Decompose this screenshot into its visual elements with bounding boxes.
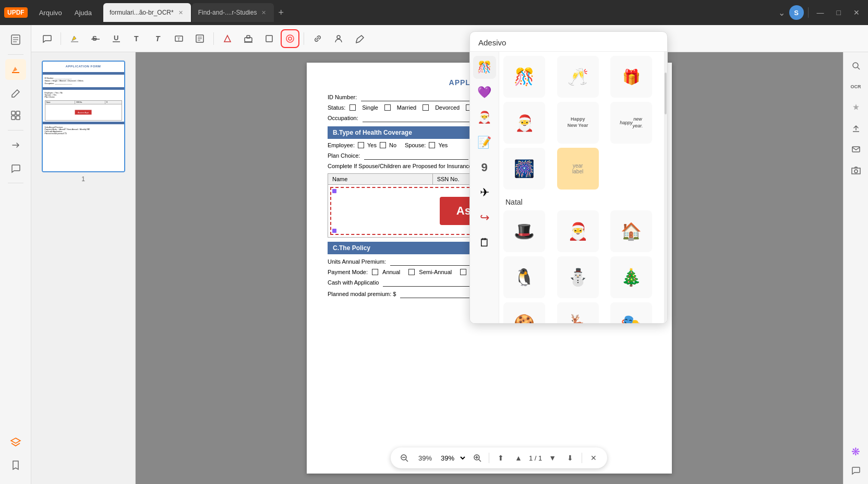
- thumbnail-page-1[interactable]: APPLICATION FORM ID Number: ____________…: [42, 61, 125, 172]
- sticker-happy-new-year-text[interactable]: HappyNew Year: [557, 102, 599, 144]
- sticker-santa-hat-red[interactable]: 🎅: [503, 102, 545, 144]
- maximize-button[interactable]: □: [833, 6, 845, 19]
- sidebar-icon-organize[interactable]: [5, 105, 26, 126]
- right-email-icon[interactable]: [847, 140, 865, 159]
- sticker-christmas-tree[interactable]: 🎄: [610, 256, 652, 298]
- page-prev-button[interactable]: ▲: [511, 451, 526, 465]
- toolbar-textbox-btn[interactable]: T: [170, 29, 188, 48]
- sticker-nav-sticky[interactable]: 🗒: [473, 231, 496, 254]
- toolbar-highlight-btn[interactable]: [65, 29, 84, 48]
- sticker-penguin[interactable]: 🐧: [503, 256, 545, 298]
- tab-formulario[interactable]: formulari...ão-br_OCR* ✕: [103, 3, 191, 22]
- employee-yes-checkbox[interactable]: [358, 142, 364, 148]
- sticker-nav-plane[interactable]: ✈: [473, 181, 496, 204]
- sticker-gingerbread[interactable]: 🍪: [503, 302, 545, 323]
- sidebar-icon-pages[interactable]: [5, 29, 26, 50]
- right-flower-icon[interactable]: ❋: [847, 442, 865, 461]
- employee-yes-label: Yes: [367, 142, 377, 148]
- sticker-nav-santa[interactable]: 🎅: [473, 106, 496, 129]
- sticker-reindeer[interactable]: 🦌: [557, 302, 599, 323]
- sticker-new-year-banner[interactable]: 🎁: [610, 56, 652, 98]
- sticker-nav-new-year[interactable]: 🎊: [473, 56, 496, 79]
- payment-semi-label: Semi-Annual: [419, 269, 452, 275]
- sticker-nutcracker[interactable]: 🎭: [610, 302, 652, 323]
- zoom-close-button[interactable]: ✕: [586, 451, 601, 465]
- toolbar-comment-btn[interactable]: [38, 29, 56, 48]
- sticker-snowman[interactable]: ⛄: [557, 256, 599, 298]
- sidebar-icon-bookmark[interactable]: [5, 455, 26, 476]
- selection-handle-bl[interactable]: [332, 229, 336, 233]
- sticker-fireworks[interactable]: 🎆: [503, 148, 545, 190]
- sticker-santa-hat-item[interactable]: 🎩: [503, 210, 545, 252]
- sidebar-icon-highlight[interactable]: [5, 59, 26, 80]
- toolbar-pen-btn[interactable]: [350, 29, 369, 48]
- sticker-nav-arrow[interactable]: ↪: [473, 206, 496, 229]
- right-camera-icon[interactable]: [847, 161, 865, 180]
- toolbar-text-italic-btn[interactable]: T: [149, 29, 167, 48]
- sticker-wine-glasses[interactable]: 🥂: [557, 56, 599, 98]
- right-search-icon[interactable]: [847, 56, 865, 75]
- sticker-grid-area: 🎊 🥂 🎁 🎅 HappyNew Year happynewyear. 🎆 ye…: [499, 52, 664, 323]
- minimize-button[interactable]: —: [813, 6, 828, 19]
- add-tab-button[interactable]: +: [274, 7, 288, 18]
- sticker-new-year-tag[interactable]: yearlabel: [557, 148, 599, 190]
- page-next-button[interactable]: ▼: [545, 451, 560, 465]
- right-ai-icon[interactable]: [847, 98, 865, 117]
- sticker-santa-claus[interactable]: 🎅: [557, 210, 599, 252]
- payment-semi-checkbox[interactable]: [408, 269, 415, 275]
- toolbar-eraser-btn[interactable]: [218, 29, 237, 48]
- selection-handle-tl[interactable]: [332, 189, 336, 193]
- toolbar-person-btn[interactable]: [329, 29, 348, 48]
- sticker-nav-note[interactable]: 📝: [473, 131, 496, 154]
- tab-find-close[interactable]: ✕: [260, 9, 268, 17]
- user-avatar[interactable]: S: [789, 5, 804, 20]
- menu-arquivo[interactable]: Arquivo: [34, 7, 67, 19]
- spouse-yes-checkbox[interactable]: [429, 142, 435, 148]
- employee-no-checkbox[interactable]: [380, 142, 386, 148]
- sidebar-icon-convert[interactable]: [5, 135, 26, 156]
- toolbar-shape-btn[interactable]: [260, 29, 279, 48]
- zoom-in-button[interactable]: [470, 451, 485, 465]
- payment-annual-checkbox[interactable]: [372, 269, 378, 275]
- page-last-button[interactable]: ⬇: [563, 451, 577, 465]
- plan-choice-1-field[interactable]: [364, 151, 468, 160]
- sticker-fireplace[interactable]: 🏠: [610, 210, 652, 252]
- sticker-new-year-1[interactable]: 🎊: [503, 56, 545, 98]
- right-upload-icon[interactable]: [847, 119, 865, 138]
- sidebar-icon-edit[interactable]: [5, 82, 26, 103]
- toolbar-link-btn[interactable]: [308, 29, 327, 48]
- tab-dropdown-button[interactable]: ⌄: [778, 8, 785, 18]
- page-first-button[interactable]: ⬆: [493, 451, 508, 465]
- zoom-out-button[interactable]: [397, 451, 412, 465]
- sticker-nav-heart[interactable]: 💜: [473, 81, 496, 104]
- toolbar-sticker-btn[interactable]: [281, 29, 299, 48]
- main-layout: S U T T T: [0, 25, 868, 484]
- tab-find-and-replace[interactable]: Find-and-....r-Studies ✕: [192, 3, 274, 22]
- svg-rect-7: [11, 116, 15, 120]
- zoom-select[interactable]: 39%50%75%100%125%150%: [439, 454, 467, 463]
- right-ocr-icon[interactable]: OCR: [847, 77, 865, 96]
- payment-monthly-checkbox[interactable]: [460, 269, 466, 275]
- toolbar-underline-btn[interactable]: U: [107, 29, 126, 48]
- right-chat-icon[interactable]: [847, 461, 865, 480]
- sidebar-divider-2: [8, 130, 23, 131]
- toolbar-text-btn[interactable]: T: [128, 29, 147, 48]
- sticker-happy-new-year-cursive[interactable]: happynewyear.: [610, 102, 652, 144]
- sidebar-divider-1: [8, 54, 23, 55]
- plan-choice-1-label: Plan Choice:: [328, 152, 360, 159]
- tab-formulario-close[interactable]: ✕: [177, 9, 185, 17]
- menu-ajuda[interactable]: Ajuda: [69, 7, 97, 19]
- sidebar-icon-layers[interactable]: [5, 432, 26, 453]
- status-single-checkbox[interactable]: [349, 104, 356, 111]
- sidebar-icon-comment[interactable]: [5, 158, 26, 179]
- status-devorced-checkbox[interactable]: [423, 104, 429, 111]
- toolbar-strikethrough-btn[interactable]: S: [86, 29, 105, 48]
- sticker-nav-nine[interactable]: 9: [473, 156, 496, 179]
- toolbar-note-btn[interactable]: [190, 29, 209, 48]
- mini-title: APPLICATION FORM: [43, 62, 124, 71]
- close-button[interactable]: ✕: [849, 6, 864, 19]
- status-married-checkbox[interactable]: [384, 104, 391, 111]
- sticker-scrollbar-thumb[interactable]: [665, 73, 667, 114]
- svg-text:U: U: [114, 34, 118, 42]
- toolbar-stamp-btn[interactable]: [239, 29, 258, 48]
